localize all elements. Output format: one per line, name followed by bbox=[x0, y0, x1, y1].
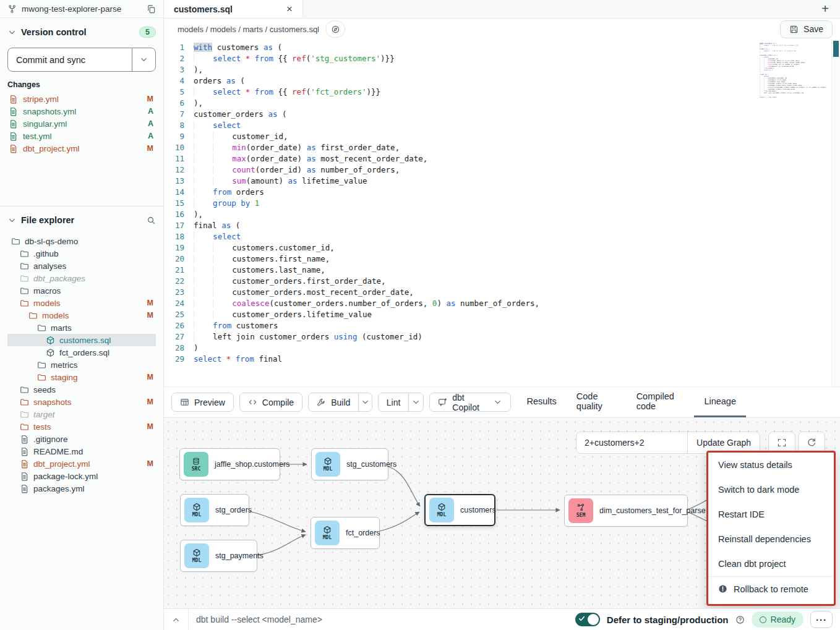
open-in-explorer-button[interactable] bbox=[325, 20, 345, 38]
file-explorer-section: File explorer db-sl-qs-demo.githubanalys… bbox=[0, 206, 163, 630]
preview-button[interactable]: Preview bbox=[171, 393, 234, 412]
help-icon[interactable] bbox=[735, 615, 745, 624]
defer-toggle[interactable] bbox=[575, 613, 600, 626]
file-name: tests bbox=[33, 422, 51, 432]
file-tree-item--gitignore[interactable]: .gitignore bbox=[7, 433, 156, 445]
change-file-row[interactable]: stripe.ymlM bbox=[7, 93, 156, 105]
change-status-flag: M bbox=[147, 95, 156, 103]
file-tree-item-analyses[interactable]: analyses bbox=[7, 260, 156, 272]
lineage-node-customers[interactable]: MDLcustomers bbox=[424, 494, 495, 526]
file-tree-item-dbt-packages[interactable]: dbt_packages bbox=[7, 272, 156, 284]
file-tree-item-readme-md[interactable]: README.md bbox=[7, 445, 156, 458]
menu-item-label: View status details bbox=[718, 460, 792, 470]
file-icon bbox=[20, 435, 29, 444]
code-line: 5 select * from {{ ref('fct_orders')}} bbox=[164, 87, 840, 98]
file-tree-item-models[interactable]: modelsM bbox=[7, 297, 156, 309]
breadcrumb[interactable]: models / models / marts / customers.sql bbox=[178, 25, 319, 34]
tab-compiled-code[interactable]: Compiled code bbox=[627, 387, 695, 417]
file-tree-item-dbt-project-yml[interactable]: dbt_project.ymlM bbox=[7, 458, 156, 470]
folder-icon bbox=[11, 237, 20, 246]
lineage-node-stg-payments[interactable]: MDLstg_payments bbox=[180, 540, 257, 572]
node-label: dim_customers_test_for_parse bbox=[599, 506, 706, 515]
lineage-node-dim-customers-test-for-parse[interactable]: SEMdim_customers_test_for_parse bbox=[564, 495, 688, 527]
dbt-copilot-button[interactable]: dbt Copilot bbox=[429, 393, 511, 412]
menu-item-reinstall-dependencies[interactable]: Reinstall dependencies bbox=[708, 527, 834, 551]
file-tree-item-seeds[interactable]: seeds bbox=[7, 383, 156, 396]
menu-item-switch-to-dark-mode[interactable]: Switch to dark mode bbox=[708, 477, 834, 502]
command-input[interactable]: dbt build --select <model_name> bbox=[189, 615, 322, 624]
file-status-flag: M bbox=[147, 311, 156, 320]
change-file-row[interactable]: test.ymlA bbox=[7, 130, 156, 142]
editor-scrollbar[interactable] bbox=[831, 40, 840, 386]
file-tree-item-db-sl-qs-demo[interactable]: db-sl-qs-demo bbox=[7, 235, 156, 247]
new-tab-button[interactable]: + bbox=[810, 0, 840, 18]
lineage-node-jaffle-shop-customers[interactable]: SRCjaffle_shop.customers bbox=[179, 448, 280, 480]
file-explorer-header[interactable]: File explorer bbox=[7, 211, 156, 229]
expand-command-bar-button[interactable] bbox=[164, 609, 189, 630]
project-selector[interactable]: mwong-test-explorer-parse bbox=[0, 0, 163, 18]
file-tree-item--github[interactable]: .github bbox=[7, 247, 156, 260]
file-tree-item-package-lock-yml[interactable]: package-lock.yml bbox=[7, 470, 156, 482]
badge-type-label: MDL bbox=[192, 558, 201, 563]
file-icon bbox=[9, 95, 18, 104]
build-label: Build bbox=[331, 398, 350, 407]
code-line: 3), bbox=[164, 64, 840, 75]
line-number: 9 bbox=[164, 131, 194, 142]
tab-results[interactable]: Results bbox=[516, 387, 566, 417]
file-tree-item-fct-orders-sql[interactable]: fct_orders.sql bbox=[7, 346, 156, 359]
alert-icon bbox=[718, 584, 727, 594]
line-number: 11 bbox=[164, 153, 194, 164]
version-control-title: Version control bbox=[21, 27, 87, 37]
commit-and-sync-button[interactable]: Commit and sync bbox=[8, 48, 132, 71]
line-number: 8 bbox=[164, 120, 194, 131]
file-tree-item-macros[interactable]: macros bbox=[7, 284, 156, 297]
code-line: 20 customers.first_name, bbox=[164, 253, 840, 265]
file-tree-item-target[interactable]: target bbox=[7, 408, 156, 420]
file-tree-item-customers-sql[interactable]: customers.sql bbox=[7, 334, 156, 346]
menu-item-clean-dbt-project[interactable]: Clean dbt project bbox=[708, 551, 834, 576]
menu-item-restart-ide[interactable]: Restart IDE bbox=[708, 502, 834, 527]
commit-options-button[interactable] bbox=[132, 48, 155, 71]
tab-lineage[interactable]: Lineage bbox=[694, 387, 746, 417]
build-options-button[interactable] bbox=[358, 393, 371, 411]
lint-label: Lint bbox=[387, 398, 401, 407]
lint-options-button[interactable] bbox=[408, 393, 423, 411]
menu-item-view-status-details[interactable]: View status details bbox=[708, 453, 834, 477]
file-tree-item-metrics[interactable]: metrics bbox=[7, 359, 156, 371]
file-tree-item-packages-yml[interactable]: packages.yml bbox=[7, 482, 156, 495]
file-tree-item-models[interactable]: modelsM bbox=[7, 309, 156, 321]
line-number: 16 bbox=[164, 209, 194, 220]
compile-button[interactable]: Compile bbox=[239, 393, 302, 412]
change-file-row[interactable]: snapshots.ymlA bbox=[7, 105, 156, 117]
lineage-selector-input[interactable]: 2+customers+2 bbox=[576, 438, 687, 448]
copy-icon[interactable] bbox=[147, 4, 156, 14]
file-tree-item-snapshots[interactable]: snapshotsM bbox=[7, 396, 156, 408]
code-line: 25 customer_orders.lifetime_value bbox=[164, 309, 840, 320]
tab-customers-sql[interactable]: customers.sql × bbox=[164, 0, 303, 18]
file-name: macros bbox=[33, 286, 61, 296]
change-file-row[interactable]: dbt_project.ymlM bbox=[7, 142, 156, 155]
build-button[interactable]: Build bbox=[309, 393, 358, 411]
file-tree-item-marts[interactable]: marts bbox=[7, 321, 156, 334]
menu-item-rollback-to-remote[interactable]: Rollback to remote bbox=[708, 576, 834, 601]
more-options-button[interactable]: ··· bbox=[810, 611, 833, 628]
lint-button[interactable]: Lint bbox=[379, 393, 409, 411]
scrollbar-thumb[interactable] bbox=[833, 41, 839, 57]
lineage-node-stg-customers[interactable]: MDLstg_customers bbox=[311, 448, 388, 480]
tab-code-quality[interactable]: Code quality bbox=[567, 387, 627, 417]
file-tree-item-staging[interactable]: stagingM bbox=[7, 371, 156, 383]
version-control-header[interactable]: Version control 5 bbox=[7, 23, 156, 41]
update-graph-button[interactable]: Update Graph bbox=[687, 432, 760, 453]
file-icon bbox=[9, 119, 18, 129]
search-icon[interactable] bbox=[147, 216, 156, 225]
lineage-node-fct-orders[interactable]: MDLfct_orders bbox=[311, 517, 380, 549]
file-icon bbox=[9, 132, 18, 141]
close-tab-icon[interactable]: × bbox=[286, 3, 293, 15]
change-file-row[interactable]: singular.ymlA bbox=[7, 117, 156, 130]
file-status-flag: M bbox=[147, 373, 156, 381]
editor-minimap[interactable]: with customers as ( select * from {{ ref… bbox=[760, 43, 823, 98]
save-button[interactable]: Save bbox=[780, 20, 833, 38]
lineage-node-stg-orders[interactable]: MDLstg_orders bbox=[180, 494, 249, 526]
code-editor[interactable]: 1with customers as (2 select * from {{ r… bbox=[164, 40, 840, 386]
file-tree-item-tests[interactable]: testsM bbox=[7, 420, 156, 433]
